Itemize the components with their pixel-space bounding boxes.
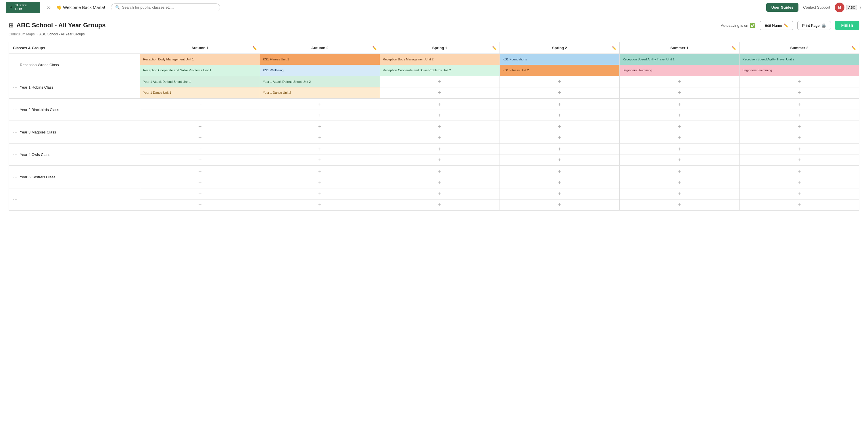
add-unit-button[interactable]: +	[620, 154, 739, 165]
unit-entry[interactable]: Year 1 Dance Unit 1	[140, 87, 260, 98]
add-unit-button[interactable]: +	[260, 144, 380, 154]
add-unit-button[interactable]: +	[260, 132, 380, 143]
add-unit-button[interactable]: +	[500, 144, 619, 154]
autumn2-edit-icon[interactable]: ✏️	[372, 46, 377, 50]
add-unit-button[interactable]: +	[740, 154, 859, 165]
unit-entry[interactable]: Reception Speed Agility Travel Unit 1	[620, 54, 739, 65]
unit-entry[interactable]: Reception Body Management Unit 2	[380, 54, 499, 65]
row-options-icon[interactable]: ⋯	[13, 107, 18, 112]
add-unit-button[interactable]: +	[260, 199, 380, 210]
add-unit-button[interactable]: +	[500, 154, 619, 165]
add-unit-button[interactable]: +	[500, 76, 619, 87]
add-unit-button[interactable]: +	[740, 132, 859, 143]
unit-entry[interactable]: Year 1 Attack Defend Shoot Unit 2	[260, 76, 380, 87]
add-unit-button[interactable]: +	[380, 87, 499, 98]
add-unit-button[interactable]: +	[620, 99, 739, 110]
add-unit-button[interactable]: +	[500, 177, 619, 188]
row-options-icon[interactable]: ⋯	[13, 152, 18, 157]
summer2-edit-icon[interactable]: ✏️	[851, 46, 856, 50]
add-unit-button[interactable]: +	[740, 99, 859, 110]
add-unit-button[interactable]: +	[740, 110, 859, 120]
add-unit-button[interactable]: +	[260, 166, 380, 177]
spring2-edit-icon[interactable]: ✏️	[612, 46, 617, 50]
add-unit-button[interactable]: +	[380, 177, 499, 188]
add-unit-button[interactable]: +	[140, 110, 260, 120]
unit-entry[interactable]: Reception Cooperate and Solve Problems U…	[380, 65, 499, 76]
unit-entry[interactable]: Reception Cooperate and Solve Problems U…	[140, 65, 260, 76]
add-unit-button[interactable]: +	[740, 177, 859, 188]
add-unit-button[interactable]: +	[260, 121, 380, 132]
add-unit-button[interactable]: +	[500, 110, 619, 120]
user-guides-button[interactable]: User Guides	[766, 3, 799, 12]
add-unit-button[interactable]: +	[380, 166, 499, 177]
add-unit-button[interactable]: +	[740, 87, 859, 98]
row-options-icon[interactable]: ⋯	[13, 197, 18, 202]
add-unit-button[interactable]: +	[620, 144, 739, 154]
avatar-area[interactable]: M ABC ▼	[835, 3, 862, 12]
add-unit-button[interactable]: +	[740, 121, 859, 132]
unit-entry[interactable]: KS1 Fitness Unit 1	[260, 54, 380, 65]
search-input[interactable]	[122, 5, 216, 9]
add-unit-button[interactable]: +	[620, 76, 739, 87]
add-unit-button[interactable]: +	[260, 177, 380, 188]
add-unit-button[interactable]: +	[140, 166, 260, 177]
add-unit-button[interactable]: +	[500, 87, 619, 98]
add-unit-button[interactable]: +	[140, 177, 260, 188]
add-unit-button[interactable]: +	[140, 144, 260, 154]
add-unit-button[interactable]: +	[620, 110, 739, 120]
add-unit-button[interactable]: +	[620, 177, 739, 188]
unit-entry[interactable]: Year 1 Dance Unit 2	[260, 87, 380, 98]
add-unit-button[interactable]: +	[380, 110, 499, 120]
add-unit-button[interactable]: +	[140, 189, 260, 199]
row-options-icon[interactable]: ⋯	[13, 62, 18, 67]
add-unit-button[interactable]: +	[740, 76, 859, 87]
autumn1-edit-icon[interactable]: ✏️	[252, 46, 257, 50]
add-unit-button[interactable]: +	[620, 121, 739, 132]
add-unit-button[interactable]: +	[260, 99, 380, 110]
summer1-edit-icon[interactable]: ✏️	[732, 46, 736, 50]
search-bar[interactable]: 🔍	[111, 3, 220, 11]
add-unit-button[interactable]: +	[140, 99, 260, 110]
row-options-icon[interactable]: ⋯	[13, 85, 18, 90]
unit-entry[interactable]: Beginners Swimming	[620, 65, 739, 76]
add-unit-button[interactable]: +	[140, 132, 260, 143]
add-unit-button[interactable]: +	[740, 199, 859, 210]
add-unit-button[interactable]: +	[620, 132, 739, 143]
row-options-icon[interactable]: ⋯	[13, 174, 18, 180]
add-unit-button[interactable]: +	[380, 144, 499, 154]
row-options-icon[interactable]: ⋯	[13, 130, 18, 135]
add-unit-button[interactable]: +	[620, 87, 739, 98]
unit-entry[interactable]: KS1 Wellbeing	[260, 65, 380, 76]
contact-support-link[interactable]: Contact Support	[803, 5, 830, 9]
unit-entry[interactable]: KS1 Fitness Unit 2	[500, 65, 619, 76]
add-unit-button[interactable]: +	[380, 76, 499, 87]
add-unit-button[interactable]: +	[620, 199, 739, 210]
unit-entry[interactable]: Reception Body Management Unit 1	[140, 54, 260, 65]
add-unit-button[interactable]: +	[260, 154, 380, 165]
add-unit-button[interactable]: +	[500, 189, 619, 199]
add-unit-button[interactable]: +	[260, 189, 380, 199]
add-unit-button[interactable]: +	[500, 166, 619, 177]
add-unit-button[interactable]: +	[260, 110, 380, 120]
add-unit-button[interactable]: +	[500, 132, 619, 143]
add-unit-button[interactable]: +	[380, 189, 499, 199]
add-unit-button[interactable]: +	[740, 166, 859, 177]
add-unit-button[interactable]: +	[380, 154, 499, 165]
add-unit-button[interactable]: +	[620, 166, 739, 177]
spring1-edit-icon[interactable]: ✏️	[492, 46, 497, 50]
edit-name-button[interactable]: Edit Name ✏️	[760, 21, 793, 30]
unit-entry[interactable]: Year 1 Attack Defend Shoot Unit 1	[140, 76, 260, 87]
add-unit-button[interactable]: +	[380, 132, 499, 143]
breadcrumb-root-link[interactable]: Curriculum Maps	[9, 32, 35, 36]
unit-entry[interactable]: Beginners Swimming	[740, 65, 859, 76]
add-unit-button[interactable]: +	[500, 99, 619, 110]
add-unit-button[interactable]: +	[500, 121, 619, 132]
add-unit-button[interactable]: +	[140, 199, 260, 210]
finish-button[interactable]: Finish	[835, 21, 859, 30]
add-unit-button[interactable]: +	[140, 121, 260, 132]
unit-entry[interactable]: KS1 Foundations	[500, 54, 619, 65]
add-unit-button[interactable]: +	[740, 189, 859, 199]
add-unit-button[interactable]: +	[380, 121, 499, 132]
unit-entry[interactable]: Reception Speed Agility Travel Unit 2	[740, 54, 859, 65]
add-unit-button[interactable]: +	[140, 154, 260, 165]
